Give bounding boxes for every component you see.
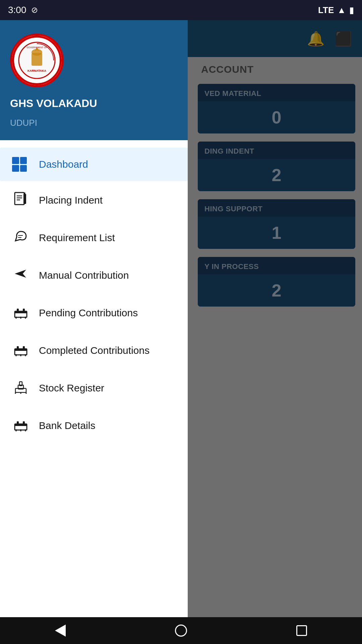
placing-indent-icon — [12, 191, 29, 209]
status-bar: 3:00 ⊘ LTE ▲ ▮ — [0, 0, 362, 20]
svg-rect-39 — [23, 421, 25, 425]
svg-rect-24 — [15, 349, 27, 351]
menu-label-stock-register: Stock Register — [39, 382, 104, 394]
bank-details-icon — [12, 417, 29, 435]
menu-item-manual-contribution[interactable]: Manual Contribution — [0, 257, 188, 294]
status-bar-right: LTE ▲ ▮ — [318, 5, 354, 15]
drawer-overlay[interactable] — [181, 20, 362, 644]
manual-contribution-icon — [12, 266, 29, 284]
recents-button[interactable] — [288, 617, 315, 644]
completed-contributions-icon — [12, 341, 29, 360]
menu-item-dashboard[interactable]: Dashboard — [0, 148, 188, 181]
menu-item-placing-indent[interactable]: Placing Indent — [0, 182, 188, 219]
government-logo: KARNATAKA GOVERNMENT OF — [10, 34, 64, 87]
drawer-school-name: GHS VOLAKADU — [10, 97, 97, 110]
drawer-header: KARNATAKA GOVERNMENT OF GHS VOLAKADU UDU… — [0, 20, 188, 140]
menu-item-requirement-list[interactable]: Requirement List — [0, 219, 188, 256]
menu-label-manual-contribution: Manual Contribution — [39, 270, 129, 281]
svg-text:GOVERNMENT OF: GOVERNMENT OF — [26, 46, 47, 49]
svg-rect-25 — [17, 346, 19, 350]
menu-label-bank-details: Bank Details — [39, 420, 95, 431]
status-bar-left: 3:00 ⊘ — [8, 5, 38, 15]
bottom-nav — [0, 617, 362, 644]
menu-label-requirement-list: Requirement List — [39, 232, 115, 244]
menu-label-pending-contributions: Pending Contributions — [39, 307, 138, 319]
signal-icon: ▲ — [337, 5, 346, 15]
menu-item-bank-details[interactable]: Bank Details — [0, 407, 188, 444]
svg-rect-17 — [15, 311, 27, 313]
menu-item-pending-contributions[interactable]: Pending Contributions — [0, 294, 188, 331]
drawer-district: UDUPI — [10, 118, 37, 128]
svg-rect-11 — [23, 194, 26, 204]
battery-icon: ▮ — [349, 5, 354, 15]
back-button[interactable] — [47, 617, 74, 644]
status-time: 3:00 — [8, 5, 26, 15]
svg-rect-19 — [23, 309, 25, 312]
dashboard-icon — [12, 157, 29, 172]
menu-item-completed-contributions[interactable]: Completed Contributions — [0, 332, 188, 369]
menu-item-stock-register[interactable]: Stock Register — [0, 370, 188, 407]
svg-text:KARNATAKA: KARNATAKA — [27, 69, 47, 72]
menu-label-completed-contributions: Completed Contributions — [39, 345, 149, 356]
svg-rect-18 — [17, 309, 19, 312]
svg-rect-26 — [23, 346, 25, 350]
requirement-list-icon — [12, 229, 29, 247]
svg-marker-15 — [15, 270, 26, 278]
menu-label-placing-indent: Placing Indent — [39, 195, 103, 206]
svg-rect-7 — [15, 193, 24, 205]
svg-rect-37 — [15, 424, 27, 426]
home-button[interactable] — [168, 617, 194, 644]
pending-contributions-icon — [12, 304, 29, 322]
status-notification-icon: ⊘ — [31, 5, 38, 15]
status-lte: LTE — [318, 5, 334, 15]
svg-rect-38 — [17, 421, 19, 425]
drawer-menu: Dashboard Placing Indent — [0, 140, 188, 644]
navigation-drawer: KARNATAKA GOVERNMENT OF GHS VOLAKADU UDU… — [0, 20, 188, 644]
menu-label-dashboard: Dashboard — [39, 159, 88, 170]
stock-register-icon — [12, 379, 29, 397]
